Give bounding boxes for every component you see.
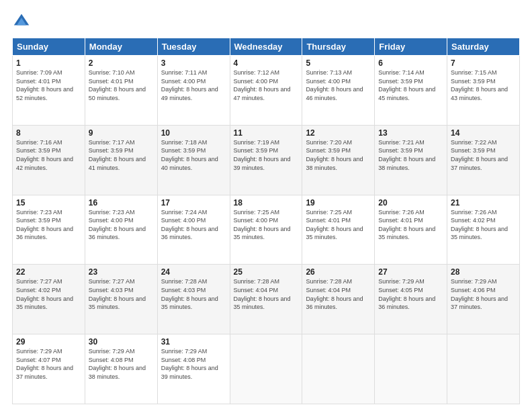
day-number: 4	[234, 58, 299, 68]
calendar-cell: 22 Sunrise: 7:27 AM Sunset: 4:02 PM Dayl…	[13, 265, 85, 334]
calendar-cell: 8 Sunrise: 7:16 AM Sunset: 3:59 PM Dayli…	[13, 125, 85, 195]
day-info: Sunrise: 7:26 AM Sunset: 4:01 PM Dayligh…	[378, 208, 443, 242]
calendar-cell: 7 Sunrise: 7:15 AM Sunset: 3:59 PM Dayli…	[447, 56, 520, 126]
day-number: 13	[378, 128, 443, 138]
calendar-cell: 6 Sunrise: 7:14 AM Sunset: 3:59 PM Dayli…	[375, 56, 447, 126]
day-info: Sunrise: 7:28 AM Sunset: 4:04 PM Dayligh…	[306, 277, 371, 311]
day-info: Sunrise: 7:20 AM Sunset: 3:59 PM Dayligh…	[306, 138, 371, 172]
day-number: 29	[16, 337, 81, 347]
calendar-week-2: 8 Sunrise: 7:16 AM Sunset: 3:59 PM Dayli…	[13, 125, 520, 195]
day-number: 25	[234, 267, 299, 277]
calendar-cell: 1 Sunrise: 7:09 AM Sunset: 4:01 PM Dayli…	[13, 56, 85, 126]
calendar-cell	[230, 334, 302, 404]
day-info: Sunrise: 7:22 AM Sunset: 3:59 PM Dayligh…	[451, 138, 516, 172]
calendar-cell: 30 Sunrise: 7:29 AM Sunset: 4:08 PM Dayl…	[85, 334, 157, 404]
day-info: Sunrise: 7:27 AM Sunset: 4:02 PM Dayligh…	[16, 277, 81, 311]
day-info: Sunrise: 7:25 AM Sunset: 4:00 PM Dayligh…	[234, 208, 299, 242]
day-info: Sunrise: 7:29 AM Sunset: 4:08 PM Dayligh…	[161, 347, 226, 381]
calendar-week-5: 29 Sunrise: 7:29 AM Sunset: 4:07 PM Dayl…	[13, 334, 520, 404]
day-number: 24	[161, 267, 226, 277]
calendar-cell: 13 Sunrise: 7:21 AM Sunset: 3:59 PM Dayl…	[375, 125, 447, 195]
calendar-cell	[375, 334, 447, 404]
logo-icon	[12, 12, 31, 31]
calendar-cell	[447, 334, 520, 404]
day-number: 17	[161, 198, 226, 208]
day-number: 21	[451, 198, 516, 208]
day-info: Sunrise: 7:23 AM Sunset: 3:59 PM Dayligh…	[16, 208, 81, 242]
day-info: Sunrise: 7:21 AM Sunset: 3:59 PM Dayligh…	[378, 138, 443, 172]
day-info: Sunrise: 7:29 AM Sunset: 4:06 PM Dayligh…	[451, 277, 516, 311]
day-number: 7	[451, 58, 516, 68]
calendar-cell: 2 Sunrise: 7:10 AM Sunset: 4:01 PM Dayli…	[85, 56, 157, 126]
day-info: Sunrise: 7:28 AM Sunset: 4:04 PM Dayligh…	[234, 277, 299, 311]
day-info: Sunrise: 7:12 AM Sunset: 4:00 PM Dayligh…	[234, 68, 299, 102]
calendar-table: SundayMondayTuesdayWednesdayThursdayFrid…	[12, 38, 520, 404]
day-number: 27	[378, 267, 443, 277]
calendar-week-3: 15 Sunrise: 7:23 AM Sunset: 3:59 PM Dayl…	[13, 195, 520, 265]
calendar-cell: 29 Sunrise: 7:29 AM Sunset: 4:07 PM Dayl…	[13, 334, 85, 404]
calendar-cell: 9 Sunrise: 7:17 AM Sunset: 3:59 PM Dayli…	[85, 125, 157, 195]
col-header-wednesday: Wednesday	[230, 38, 302, 56]
day-number: 28	[451, 267, 516, 277]
calendar-cell: 20 Sunrise: 7:26 AM Sunset: 4:01 PM Dayl…	[375, 195, 447, 265]
day-number: 3	[161, 58, 226, 68]
calendar-cell: 16 Sunrise: 7:23 AM Sunset: 4:00 PM Dayl…	[85, 195, 157, 265]
calendar-cell: 17 Sunrise: 7:24 AM Sunset: 4:00 PM Dayl…	[157, 195, 230, 265]
day-number: 20	[378, 198, 443, 208]
day-number: 15	[16, 198, 81, 208]
day-number: 2	[89, 58, 154, 68]
calendar-header-row: SundayMondayTuesdayWednesdayThursdayFrid…	[13, 38, 520, 56]
day-number: 8	[16, 128, 81, 138]
calendar-cell: 5 Sunrise: 7:13 AM Sunset: 4:00 PM Dayli…	[302, 56, 375, 126]
day-number: 9	[89, 128, 154, 138]
day-info: Sunrise: 7:10 AM Sunset: 4:01 PM Dayligh…	[89, 68, 154, 102]
col-header-thursday: Thursday	[302, 38, 375, 56]
day-info: Sunrise: 7:18 AM Sunset: 3:59 PM Dayligh…	[161, 138, 226, 172]
day-info: Sunrise: 7:28 AM Sunset: 4:03 PM Dayligh…	[161, 277, 226, 311]
day-info: Sunrise: 7:25 AM Sunset: 4:01 PM Dayligh…	[306, 208, 371, 242]
day-info: Sunrise: 7:13 AM Sunset: 4:00 PM Dayligh…	[306, 68, 371, 102]
col-header-saturday: Saturday	[447, 38, 520, 56]
calendar-cell: 26 Sunrise: 7:28 AM Sunset: 4:04 PM Dayl…	[302, 265, 375, 334]
day-info: Sunrise: 7:19 AM Sunset: 3:59 PM Dayligh…	[234, 138, 299, 172]
day-number: 6	[378, 58, 443, 68]
day-info: Sunrise: 7:14 AM Sunset: 3:59 PM Dayligh…	[378, 68, 443, 102]
calendar-body: 1 Sunrise: 7:09 AM Sunset: 4:01 PM Dayli…	[13, 56, 520, 404]
day-number: 26	[306, 267, 371, 277]
calendar-cell: 18 Sunrise: 7:25 AM Sunset: 4:00 PM Dayl…	[230, 195, 302, 265]
day-info: Sunrise: 7:17 AM Sunset: 3:59 PM Dayligh…	[89, 138, 154, 172]
day-number: 19	[306, 198, 371, 208]
calendar-cell: 28 Sunrise: 7:29 AM Sunset: 4:06 PM Dayl…	[447, 265, 520, 334]
day-number: 30	[89, 337, 154, 347]
day-info: Sunrise: 7:29 AM Sunset: 4:08 PM Dayligh…	[89, 347, 154, 381]
calendar-cell: 31 Sunrise: 7:29 AM Sunset: 4:08 PM Dayl…	[157, 334, 230, 404]
day-info: Sunrise: 7:15 AM Sunset: 3:59 PM Dayligh…	[451, 68, 516, 102]
calendar-cell: 12 Sunrise: 7:20 AM Sunset: 3:59 PM Dayl…	[302, 125, 375, 195]
day-info: Sunrise: 7:26 AM Sunset: 4:02 PM Dayligh…	[451, 208, 516, 242]
calendar-cell: 23 Sunrise: 7:27 AM Sunset: 4:03 PM Dayl…	[85, 265, 157, 334]
day-number: 5	[306, 58, 371, 68]
calendar-cell: 25 Sunrise: 7:28 AM Sunset: 4:04 PM Dayl…	[230, 265, 302, 334]
calendar-cell: 21 Sunrise: 7:26 AM Sunset: 4:02 PM Dayl…	[447, 195, 520, 265]
calendar-cell: 4 Sunrise: 7:12 AM Sunset: 4:00 PM Dayli…	[230, 56, 302, 126]
calendar-cell: 15 Sunrise: 7:23 AM Sunset: 3:59 PM Dayl…	[13, 195, 85, 265]
day-number: 12	[306, 128, 371, 138]
col-header-sunday: Sunday	[13, 38, 85, 56]
logo	[12, 12, 34, 31]
calendar-cell: 11 Sunrise: 7:19 AM Sunset: 3:59 PM Dayl…	[230, 125, 302, 195]
day-number: 31	[161, 337, 226, 347]
day-info: Sunrise: 7:27 AM Sunset: 4:03 PM Dayligh…	[89, 277, 154, 311]
day-info: Sunrise: 7:09 AM Sunset: 4:01 PM Dayligh…	[16, 68, 81, 102]
day-number: 18	[234, 198, 299, 208]
col-header-tuesday: Tuesday	[157, 38, 230, 56]
calendar-cell: 24 Sunrise: 7:28 AM Sunset: 4:03 PM Dayl…	[157, 265, 230, 334]
day-info: Sunrise: 7:23 AM Sunset: 4:00 PM Dayligh…	[89, 208, 154, 242]
calendar-cell: 10 Sunrise: 7:18 AM Sunset: 3:59 PM Dayl…	[157, 125, 230, 195]
calendar-cell: 3 Sunrise: 7:11 AM Sunset: 4:00 PM Dayli…	[157, 56, 230, 126]
calendar-week-1: 1 Sunrise: 7:09 AM Sunset: 4:01 PM Dayli…	[13, 56, 520, 126]
col-header-friday: Friday	[375, 38, 447, 56]
page: SundayMondayTuesdayWednesdayThursdayFrid…	[0, 0, 532, 411]
calendar-cell: 27 Sunrise: 7:29 AM Sunset: 4:05 PM Dayl…	[375, 265, 447, 334]
day-number: 23	[89, 267, 154, 277]
day-info: Sunrise: 7:29 AM Sunset: 4:07 PM Dayligh…	[16, 347, 81, 381]
